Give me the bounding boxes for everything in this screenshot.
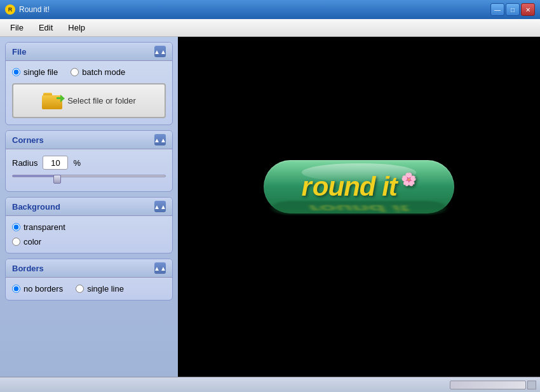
borders-section: Borders ▲▲ no borders single line — [5, 259, 173, 301]
single-file-label: single file — [24, 67, 58, 77]
select-file-label: Select file or folder — [67, 96, 136, 105]
logo-text: round it 🌸 — [302, 172, 417, 201]
single-file-option[interactable]: single file — [12, 67, 58, 77]
borders-row: no borders single line — [12, 284, 166, 294]
app-icon: R — [5, 4, 15, 15]
corners-section-collapse[interactable]: ▲▲ — [154, 134, 166, 145]
logo-button: round it 🌸 — [264, 160, 455, 213]
corners-section: Corners ▲▲ Radius % — [5, 130, 173, 192]
batch-mode-option[interactable]: batch mode — [71, 67, 125, 77]
window-title: Round it! — [19, 5, 50, 14]
single-line-radio[interactable] — [76, 285, 84, 293]
radius-row: Radius % — [12, 156, 166, 170]
no-borders-radio[interactable] — [12, 285, 20, 293]
color-option[interactable]: color — [12, 237, 166, 247]
minimize-button[interactable]: — — [490, 3, 504, 16]
folder-icon — [42, 93, 62, 109]
radius-slider-track — [12, 175, 166, 177]
color-radio[interactable] — [12, 238, 20, 246]
corners-section-title: Corners — [12, 135, 44, 145]
borders-section-header: Borders ▲▲ — [6, 259, 172, 278]
radius-input[interactable] — [43, 156, 68, 170]
background-section-title: Background — [12, 202, 60, 212]
file-section: File ▲▲ single file batch mode — [5, 42, 173, 125]
right-panel: round it 🌸 round it — [178, 37, 540, 377]
borders-section-body: no borders single line — [6, 278, 172, 300]
borders-section-collapse[interactable]: ▲▲ — [154, 262, 166, 274]
select-file-button[interactable]: Select file or folder — [12, 83, 166, 118]
percent-label: % — [73, 158, 81, 168]
borders-section-title: Borders — [12, 264, 44, 273]
file-mode-row: single file batch mode — [12, 67, 166, 77]
file-section-header: File ▲▲ — [6, 43, 172, 61]
transparent-option[interactable]: transparent — [12, 222, 166, 232]
menu-edit[interactable]: Edit — [31, 20, 60, 35]
radius-slider-thumb[interactable] — [53, 175, 61, 184]
status-bar — [0, 377, 540, 392]
batch-mode-radio[interactable] — [71, 68, 79, 76]
close-button[interactable]: ✕ — [521, 3, 535, 16]
logo-container: round it 🌸 round it — [264, 160, 455, 254]
no-borders-label: no borders — [24, 284, 63, 294]
scrollbar-stub[interactable] — [450, 381, 526, 389]
grip — [527, 381, 536, 389]
main-layout: File ▲▲ single file batch mode — [0, 37, 540, 377]
radius-label: Radius — [12, 158, 37, 168]
corners-section-header: Corners ▲▲ — [6, 131, 172, 149]
background-section-header: Background ▲▲ — [6, 198, 172, 216]
file-section-title: File — [12, 47, 26, 57]
single-file-radio[interactable] — [12, 68, 20, 76]
title-controls: — □ ✕ — [490, 3, 535, 16]
background-section: Background ▲▲ transparent color — [5, 197, 173, 253]
radius-slider-container — [12, 175, 166, 185]
corners-section-body: Radius % — [6, 149, 172, 191]
menu-help[interactable]: Help — [60, 20, 93, 35]
background-radio-group: transparent color — [12, 222, 166, 247]
left-panel: File ▲▲ single file batch mode — [0, 37, 178, 377]
maximize-button[interactable]: □ — [506, 3, 520, 16]
file-section-collapse[interactable]: ▲▲ — [154, 46, 166, 57]
no-borders-option[interactable]: no borders — [12, 284, 63, 294]
background-section-body: transparent color — [6, 216, 172, 253]
single-line-option[interactable]: single line — [76, 284, 124, 294]
transparent-label: transparent — [24, 222, 65, 232]
transparent-radio[interactable] — [12, 223, 20, 231]
title-bar-left: R Round it! — [5, 4, 50, 15]
background-section-collapse[interactable]: ▲▲ — [154, 201, 166, 212]
title-bar: R Round it! — □ ✕ — [0, 0, 540, 19]
file-section-body: single file batch mode — [6, 61, 172, 125]
batch-mode-label: batch mode — [82, 67, 125, 77]
menu-file[interactable]: File — [3, 20, 31, 35]
menu-bar: File Edit Help — [0, 19, 540, 37]
color-label: color — [24, 237, 41, 247]
single-line-label: single line — [87, 284, 124, 294]
